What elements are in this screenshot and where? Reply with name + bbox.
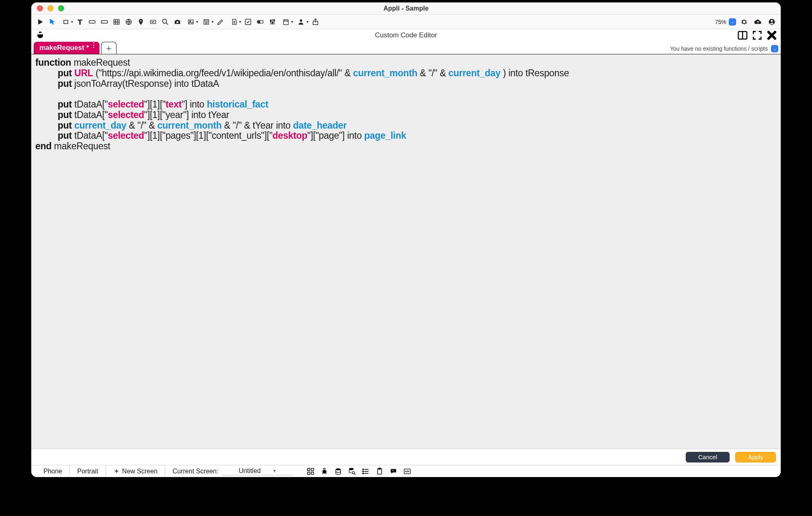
- svg-rect-31: [283, 20, 288, 25]
- globe-icon[interactable]: [123, 16, 134, 28]
- new-screen-button[interactable]: ＋ New Screen: [106, 465, 165, 477]
- cloud-upload-icon[interactable]: [752, 16, 764, 28]
- window-controls: [31, 5, 64, 11]
- code-editor[interactable]: function makeRequest put URL ("https://a…: [31, 54, 781, 449]
- calendar-icon[interactable]: [279, 16, 294, 28]
- svg-point-35: [300, 19, 302, 22]
- svg-point-50: [352, 471, 354, 474]
- chevron-down-icon: ⌄: [729, 18, 736, 26]
- badge-tool-icon[interactable]: [147, 16, 159, 28]
- svg-rect-1: [89, 20, 95, 23]
- tab-strip: makeRequest * ⋮ ＋ You have no existing f…: [31, 41, 781, 54]
- cancel-button[interactable]: Cancel: [686, 452, 730, 462]
- maximize-window-button[interactable]: [58, 5, 64, 11]
- svg-line-51: [354, 473, 356, 475]
- chevron-down-icon: ▼: [272, 468, 277, 474]
- orientation-selector[interactable]: Portrait: [70, 465, 106, 477]
- functions-dropdown[interactable]: You have no existing functions / scripts…: [670, 45, 778, 52]
- tab-menu-icon[interactable]: ⋮: [91, 43, 96, 47]
- chat-icon[interactable]: [389, 467, 398, 476]
- camera-icon[interactable]: [172, 16, 183, 28]
- device-selector[interactable]: Phone: [36, 465, 70, 477]
- svg-line-11: [166, 23, 168, 24]
- grid-tool-icon[interactable]: [111, 16, 122, 28]
- field-tool-icon[interactable]: [99, 16, 110, 28]
- search-icon[interactable]: [160, 16, 171, 28]
- button-tool-icon[interactable]: [86, 16, 98, 28]
- svg-rect-44: [311, 468, 314, 471]
- zoom-selector[interactable]: 75% ⌄: [715, 18, 736, 26]
- bug-icon[interactable]: [35, 30, 46, 41]
- current-screen: Current Screen: Untitled ▼: [165, 465, 300, 477]
- panel-split-icon[interactable]: [737, 30, 748, 41]
- current-screen-selector[interactable]: Untitled ▼: [222, 467, 293, 475]
- svg-point-29: [272, 22, 273, 23]
- gear-icon[interactable]: [739, 16, 750, 28]
- editor-title: Custom Code Editor: [31, 31, 781, 39]
- svg-rect-22: [245, 19, 251, 24]
- user-tool-icon[interactable]: [294, 16, 309, 28]
- svg-point-24: [258, 21, 260, 23]
- svg-point-56: [363, 471, 364, 472]
- zoom-value: 75%: [715, 19, 726, 25]
- svg-rect-59: [379, 468, 381, 469]
- database-icon[interactable]: [334, 467, 343, 476]
- svg-rect-3: [114, 19, 119, 24]
- svg-point-47: [323, 469, 326, 473]
- svg-point-30: [274, 19, 275, 21]
- toggle-icon[interactable]: [255, 16, 266, 28]
- location-icon[interactable]: [135, 16, 147, 28]
- svg-rect-0: [64, 20, 68, 23]
- play-icon[interactable]: [35, 16, 46, 28]
- svg-point-48: [336, 468, 341, 470]
- export-icon[interactable]: [310, 16, 321, 28]
- editor-footer: Cancel Apply: [31, 449, 781, 465]
- window-title: Appli - Sample: [31, 5, 781, 12]
- image-tool-icon[interactable]: [184, 16, 199, 28]
- account-icon[interactable]: [766, 16, 777, 28]
- functions-status-label: You have no existing functions / scripts: [670, 45, 768, 52]
- database-search-icon[interactable]: [348, 467, 356, 476]
- sliders-icon[interactable]: [267, 16, 278, 28]
- code-content: function makeRequest put URL ("https://a…: [35, 58, 777, 152]
- status-bar: Phone Portrait ＋ New Screen Current Scre…: [31, 465, 781, 477]
- chevron-down-icon: ⌄: [771, 45, 778, 52]
- minimize-window-button[interactable]: [48, 5, 54, 11]
- svg-point-10: [162, 19, 166, 23]
- main-toolbar: 75% ⌄: [31, 15, 781, 29]
- svg-rect-45: [308, 472, 310, 474]
- clipboard-icon[interactable]: [375, 467, 384, 476]
- code-panel-icon[interactable]: [403, 467, 412, 476]
- editor-header: Custom Code Editor: [31, 29, 781, 41]
- fullscreen-icon[interactable]: [752, 30, 763, 41]
- svg-rect-13: [188, 20, 193, 24]
- svg-point-60: [392, 470, 393, 471]
- svg-rect-2: [102, 20, 108, 23]
- tab-makerequest[interactable]: makeRequest * ⋮: [34, 42, 99, 54]
- svg-point-55: [363, 469, 364, 470]
- code-editor-wrap: function makeRequest put URL ("https://a…: [31, 54, 781, 465]
- apply-button[interactable]: Apply: [735, 452, 776, 462]
- pointer-icon[interactable]: [47, 16, 58, 28]
- document-tool-icon[interactable]: [227, 16, 242, 28]
- edit-icon[interactable]: [215, 16, 226, 28]
- form-tool-icon[interactable]: [199, 16, 214, 28]
- svg-rect-46: [311, 472, 314, 474]
- bug-icon[interactable]: [320, 467, 329, 476]
- text-tool-icon[interactable]: [74, 16, 86, 28]
- svg-rect-43: [308, 468, 310, 471]
- svg-rect-15: [204, 19, 209, 24]
- svg-point-61: [393, 470, 394, 471]
- svg-point-49: [349, 468, 353, 470]
- add-tab-button[interactable]: ＋: [101, 42, 117, 54]
- list-icon[interactable]: [361, 467, 370, 476]
- titlebar: Appli - Sample: [31, 2, 781, 15]
- apps-grid-icon[interactable]: [306, 467, 315, 476]
- close-icon[interactable]: [766, 30, 777, 41]
- svg-point-38: [771, 20, 773, 22]
- checkbox-icon[interactable]: [242, 16, 254, 28]
- svg-point-57: [363, 473, 364, 474]
- shape-tool-icon[interactable]: [59, 16, 73, 28]
- svg-point-28: [270, 20, 271, 21]
- close-window-button[interactable]: [37, 5, 43, 11]
